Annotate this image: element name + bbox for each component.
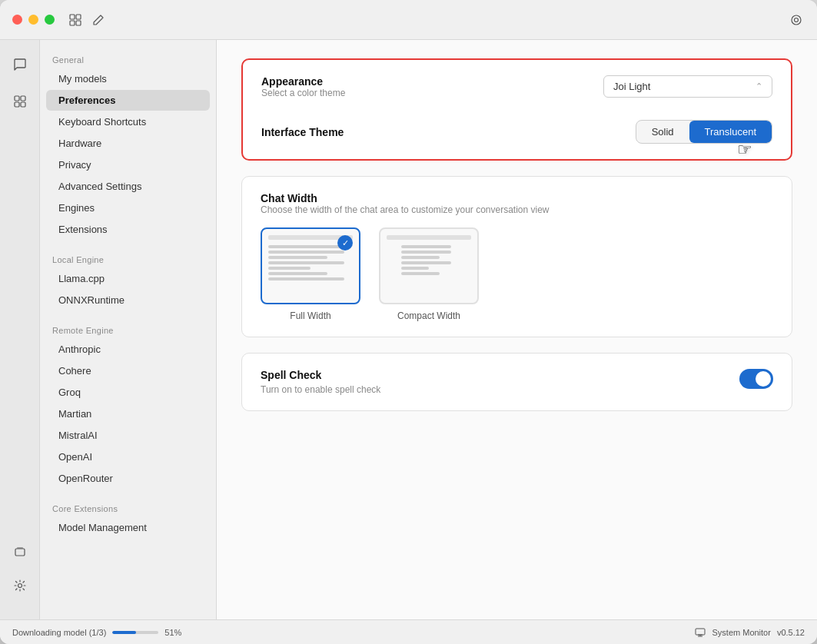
compact-width-preview	[379, 227, 479, 304]
sidebar-item-openrouter[interactable]: OpenRouter	[46, 468, 210, 489]
sidebar-item-martian[interactable]: Martian	[46, 403, 210, 424]
svg-point-4	[792, 15, 801, 25]
sidebar-item-engines[interactable]: Engines	[46, 198, 210, 218]
general-section-label: General	[40, 49, 216, 68]
progress-percent: 51%	[164, 628, 181, 637]
gear-icon[interactable]	[8, 573, 32, 598]
monitor-icon	[695, 627, 706, 638]
chat-icon[interactable]	[8, 52, 32, 77]
system-monitor-label: System Monitor	[712, 628, 770, 637]
compact-width-label: Compact Width	[397, 310, 460, 321]
sidebar-item-preferences[interactable]: Preferences	[46, 90, 210, 111]
sidebar-item-hardware[interactable]: Hardware	[46, 133, 210, 154]
icon-sidebar	[0, 40, 40, 619]
interface-theme-label: Interface Theme	[261, 126, 344, 138]
sidebar-item-llama-cpp[interactable]: Llama.cpp	[46, 268, 210, 289]
svg-rect-11	[17, 547, 23, 549]
sidebar-item-anthropic[interactable]: Anthropic	[46, 339, 210, 360]
grid-icon[interactable]	[67, 12, 84, 28]
solid-button[interactable]: Solid	[636, 121, 689, 143]
check-icon: ✓	[337, 235, 353, 251]
svg-rect-8	[15, 102, 19, 107]
download-text: Downloading model (1/3)	[12, 628, 106, 637]
svg-point-5	[795, 18, 799, 22]
remote-engine-section-label: Remote Engine	[40, 320, 216, 338]
edit-icon[interactable]	[90, 12, 107, 28]
sidebar-nav: General My models Preferences Keyboard S…	[40, 40, 217, 619]
progress-fill	[112, 631, 136, 634]
svg-point-12	[18, 584, 22, 588]
chevron-down-icon: ⌃	[756, 81, 762, 91]
close-button[interactable]	[12, 15, 22, 25]
svg-rect-2	[70, 21, 75, 25]
settings-icon[interactable]	[788, 12, 805, 28]
titlebar	[0, 0, 817, 40]
spell-check-toggle[interactable]	[739, 369, 773, 389]
sidebar-item-mistralai[interactable]: MistralAI	[46, 425, 210, 446]
chat-width-card: Chat Width Choose the width of the chat …	[241, 176, 792, 337]
svg-rect-3	[76, 21, 81, 25]
version-label: v0.5.12	[777, 628, 805, 637]
appearance-card: Appearance Select a color theme Joi Ligh…	[241, 58, 792, 161]
svg-rect-1	[76, 15, 81, 19]
app-window: General My models Preferences Keyboard S…	[0, 0, 817, 644]
compact-width-option[interactable]: Compact Width	[379, 227, 479, 321]
sidebar-item-cohere[interactable]: Cohere	[46, 360, 210, 381]
core-extensions-section-label: Core Extensions	[40, 498, 216, 516]
minimize-button[interactable]	[28, 15, 38, 25]
svg-rect-0	[70, 15, 75, 19]
statusbar: Downloading model (1/3) 51% System Monit…	[0, 619, 817, 644]
main-content: Appearance Select a color theme Joi Ligh…	[217, 40, 817, 619]
svg-rect-10	[15, 549, 25, 556]
sidebar-item-onnxruntime[interactable]: ONNXRuntime	[46, 290, 210, 310]
svg-rect-9	[21, 102, 25, 107]
apps-icon[interactable]	[8, 89, 32, 114]
spell-check-title: Spell Check	[261, 369, 739, 381]
sidebar-item-extensions[interactable]: Extensions	[46, 219, 210, 240]
full-width-preview: ✓	[261, 227, 360, 304]
translucent-button[interactable]: Translucent	[689, 121, 772, 143]
sidebar-item-keyboard-shortcuts[interactable]: Keyboard Shortcuts	[46, 111, 210, 132]
chat-width-subtitle: Choose the width of the chat area to cus…	[261, 204, 773, 215]
appearance-subtitle: Select a color theme	[261, 88, 345, 98]
appearance-title: Appearance	[261, 75, 345, 88]
full-width-label: Full Width	[290, 310, 330, 321]
sidebar-item-groq[interactable]: Groq	[46, 382, 210, 403]
svg-rect-6	[15, 96, 19, 101]
theme-toggle-group: Solid Translucent	[636, 120, 772, 144]
sidebar-item-openai[interactable]: OpenAI	[46, 446, 210, 467]
sidebar-item-privacy[interactable]: Privacy	[46, 154, 210, 175]
svg-rect-13	[696, 629, 705, 635]
spell-check-subtitle: Turn on to enable spell check	[261, 384, 739, 395]
theme-dropdown[interactable]: Joi Light ⌃	[603, 75, 772, 98]
sidebar-item-my-models[interactable]: My models	[46, 68, 210, 89]
maximize-button[interactable]	[45, 15, 55, 25]
layers-icon[interactable]	[8, 539, 32, 564]
chat-width-title: Chat Width	[261, 192, 773, 204]
theme-value: Joi Light	[613, 81, 650, 92]
progress-bar	[112, 631, 158, 634]
sidebar-item-model-management[interactable]: Model Management	[46, 517, 210, 538]
full-width-option[interactable]: ✓ Full Widt	[261, 227, 360, 321]
sidebar-item-advanced-settings[interactable]: Advanced Settings	[46, 176, 210, 197]
local-engine-section-label: Local Engine	[40, 249, 216, 267]
spell-check-card: Spell Check Turn on to enable spell chec…	[241, 353, 792, 411]
svg-rect-7	[21, 96, 25, 101]
